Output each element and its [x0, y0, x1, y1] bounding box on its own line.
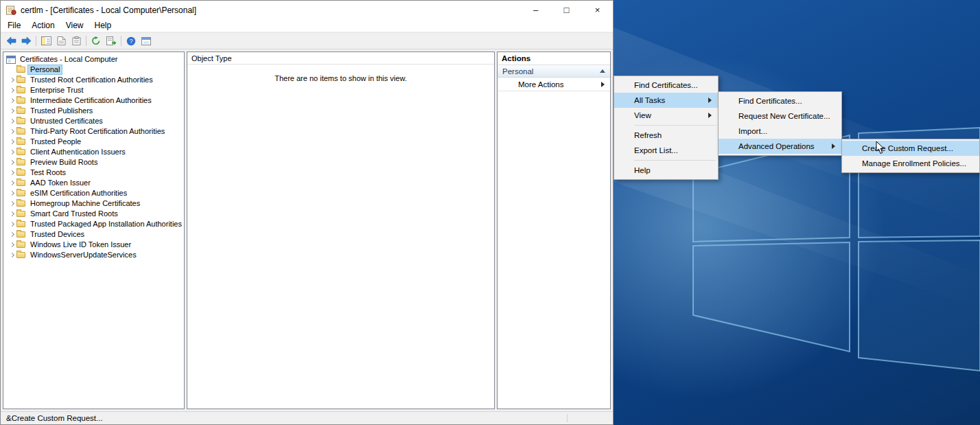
help-icon[interactable]: ? [124, 34, 139, 48]
tree-item-test-roots[interactable]: Test Roots [3, 168, 184, 178]
menu-item-find-certificates[interactable]: Find Certificates... [614, 78, 718, 93]
tree-item-label: Smart Card Trusted Roots [28, 209, 120, 218]
tree-root-label: Certificates - Local Computer [18, 55, 119, 64]
chevron-right-icon[interactable] [9, 98, 14, 103]
folder-icon [16, 159, 28, 165]
tree-item-trusted-publishers[interactable]: Trusted Publishers [3, 106, 184, 116]
tree-item-third-party-root-certification-authorities[interactable]: Third-Party Root Certification Authoriti… [3, 126, 184, 137]
properties-icon[interactable] [69, 34, 84, 48]
object-list-panel: Object Type There are no items to show i… [187, 51, 495, 409]
tree-item-trusted-packaged-app-installation-authorities[interactable]: Trusted Packaged App Installation Author… [3, 219, 184, 229]
tree-item-label: Homegroup Machine Certificates [28, 199, 142, 208]
menu-item-label: Import... [738, 127, 767, 135]
minimize-button[interactable]: – [520, 1, 551, 19]
menu-item-all-tasks[interactable]: All Tasks [614, 93, 718, 108]
tree-root-certificates-local-computer[interactable]: Certificates - Local Computer [3, 54, 184, 65]
menu-action[interactable]: Action [26, 21, 60, 30]
menu-item-create-custom-request[interactable]: Create Custom Request... [842, 141, 979, 156]
tree-item-label: AAD Token Issuer [28, 179, 93, 187]
back-icon[interactable] [3, 34, 19, 48]
submenu-arrow-icon [832, 143, 835, 149]
tree-item-trusted-root-certification-authorities[interactable]: Trusted Root Certification Authorities [3, 75, 184, 85]
tree-item-esim-certification-authorities[interactable]: eSIM Certification Authorities [3, 188, 184, 198]
collapse-chevron-icon[interactable] [600, 69, 605, 73]
tree-item-client-authentication-issuers[interactable]: Client Authentication Issuers [3, 147, 184, 157]
menu-item-find-certificates[interactable]: Find Certificates... [719, 93, 841, 108]
actions-group-personal[interactable]: Personal [498, 65, 610, 78]
maximize-button[interactable]: □ [551, 1, 582, 19]
menu-item-request-new-certificate[interactable]: Request New Certificate... [719, 108, 841, 124]
chevron-right-icon[interactable] [9, 170, 14, 175]
menu-view[interactable]: View [60, 21, 89, 30]
chevron-right-icon[interactable] [9, 181, 14, 185]
chevron-right-icon[interactable] [9, 88, 14, 93]
document-icon[interactable] [54, 34, 69, 48]
export-list-icon[interactable] [104, 34, 119, 48]
tree-item-label: Third-Party Root Certification Authoriti… [28, 127, 167, 136]
chevron-right-icon[interactable] [9, 160, 14, 165]
tree-item-personal[interactable]: Personal [3, 65, 184, 75]
refresh-icon[interactable] [89, 34, 104, 48]
new-window-icon[interactable] [139, 34, 154, 48]
chevron-right-icon[interactable] [9, 201, 14, 206]
menu-item-help[interactable]: Help [614, 163, 718, 178]
menu-item-view[interactable]: View [614, 108, 718, 123]
tree-item-homegroup-machine-certificates[interactable]: Homegroup Machine Certificates [3, 198, 184, 209]
toolbar: ? [1, 32, 613, 49]
menu-file[interactable]: File [2, 21, 26, 30]
chevron-right-icon[interactable] [9, 211, 14, 216]
tree-item-label: Windows Live ID Token Issuer [28, 240, 133, 249]
tree-item-label: Client Authentication Issuers [28, 148, 128, 157]
tree-item-intermediate-certification-authorities[interactable]: Intermediate Certification Authorities [3, 95, 184, 106]
chevron-right-icon[interactable] [9, 242, 14, 247]
menu-item-export-list[interactable]: Export List... [614, 143, 718, 158]
menu-item-label: Export List... [634, 146, 678, 154]
tree-item-aad-token-issuer[interactable]: AAD Token Issuer [3, 178, 184, 188]
chevron-right-icon[interactable] [9, 232, 14, 237]
forward-icon[interactable] [19, 34, 34, 48]
chevron-right-icon[interactable] [9, 129, 14, 134]
tree-item-preview-build-roots[interactable]: Preview Build Roots [3, 157, 184, 168]
chevron-right-icon[interactable] [9, 139, 14, 144]
window-title: certlm - [Certificates - Local Computer\… [21, 5, 196, 15]
screen: certlm - [Certificates - Local Computer\… [0, 0, 980, 425]
show-console-tree-icon[interactable] [38, 34, 54, 48]
chevron-right-icon[interactable] [9, 191, 14, 196]
menu-item-label: Request New Certificate... [738, 112, 830, 120]
certificate-icon[interactable] [6, 5, 16, 15]
tree-item-enterprise-trust[interactable]: Enterprise Trust [3, 85, 184, 95]
empty-view-message: There are no items to show in this view. [187, 74, 494, 82]
menu-item-manage-enrollment-policies[interactable]: Manage Enrollment Policies... [842, 156, 979, 171]
status-bar: &Create Custom Request... [1, 411, 613, 424]
chevron-right-icon[interactable] [9, 108, 14, 113]
tree-item-label: eSIM Certification Authorities [28, 189, 129, 198]
tree-item-smart-card-trusted-roots[interactable]: Smart Card Trusted Roots [3, 209, 184, 219]
submenu-arrow-icon [708, 97, 712, 103]
menu-item-import[interactable]: Import... [719, 124, 841, 139]
chevron-right-icon[interactable] [9, 78, 14, 82]
chevron-right-icon[interactable] [9, 150, 14, 154]
menu-item-advanced-operations[interactable]: Advanced Operations [719, 139, 841, 154]
menu-item-refresh[interactable]: Refresh [614, 128, 718, 143]
svg-text:?: ? [129, 38, 132, 45]
chevron-right-icon[interactable] [9, 222, 14, 227]
tree-item-trusted-people[interactable]: Trusted People [3, 137, 184, 147]
menu-help[interactable]: Help [89, 21, 117, 30]
console-tree: Certificates - Local Computer Personal T… [3, 51, 185, 409]
menu-item-label: Find Certificates... [738, 97, 802, 105]
content-area: Certificates - Local Computer Personal T… [1, 49, 613, 411]
actions-group-label: Personal [502, 67, 533, 76]
close-button[interactable]: × [582, 1, 613, 19]
tree-item-trusted-devices[interactable]: Trusted Devices [3, 229, 184, 240]
tree-item-label: Trusted People [28, 137, 83, 146]
toolbar-separator [36, 36, 36, 46]
actions-pane-title: Actions [498, 52, 610, 65]
tree-item-untrusted-certificates[interactable]: Untrusted Certificates [3, 116, 184, 126]
tree-item-windows-live-id-token-issuer[interactable]: Windows Live ID Token Issuer [3, 240, 184, 250]
chevron-right-icon[interactable] [9, 253, 14, 257]
chevron-right-icon[interactable] [9, 119, 14, 124]
tree-item-label: WindowsServerUpdateServices [28, 251, 139, 260]
tree-item-windowsserverupdateservices[interactable]: WindowsServerUpdateServices [3, 250, 184, 260]
more-actions-button[interactable]: More Actions [498, 78, 610, 91]
column-header-object-type[interactable]: Object Type [187, 52, 494, 65]
